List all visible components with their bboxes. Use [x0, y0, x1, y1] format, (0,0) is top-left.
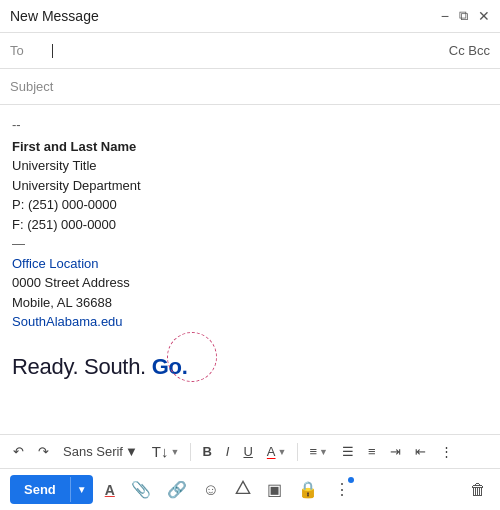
lock-button[interactable]: 🔒: [294, 476, 322, 503]
drive-icon: [235, 480, 251, 500]
send-button-group: Send ▼: [10, 475, 93, 504]
expand-icon[interactable]: ⧉: [459, 8, 468, 24]
text-color-button[interactable]: A: [101, 478, 119, 502]
more-options-icon: ⋮: [334, 480, 350, 499]
toolbar-more-button[interactable]: ⋮: [435, 441, 458, 462]
more-options-wrapper: ⋮: [330, 476, 354, 503]
delete-icon: 🗑: [470, 481, 486, 498]
drive-button[interactable]: [231, 476, 255, 504]
font-family-dropdown-arrow: ▼: [125, 444, 138, 459]
send-button[interactable]: Send: [10, 475, 70, 504]
slogan-wrapper: Ready. South. Go.: [12, 350, 187, 383]
font-color-button[interactable]: A ▼: [262, 441, 292, 462]
emoji-icon: ☺: [203, 481, 219, 499]
bullet-list-icon: ≡: [368, 444, 376, 459]
to-label: To: [10, 43, 50, 58]
svg-marker-0: [237, 481, 250, 493]
toolbar-more-icon: ⋮: [440, 444, 453, 459]
send-dropdown-button[interactable]: ▼: [70, 477, 93, 502]
font-family-selector[interactable]: Sans Serif ▼: [58, 441, 143, 462]
lock-icon: 🔒: [298, 480, 318, 499]
align-button[interactable]: ≡ ▼: [304, 441, 333, 462]
underline-icon: U: [243, 444, 252, 459]
minimize-icon[interactable]: −: [441, 8, 449, 24]
sig-fax: F: (251) 000-0000: [12, 215, 488, 235]
cc-bcc-button[interactable]: Cc Bcc: [449, 43, 490, 58]
font-size-dropdown-arrow: ▼: [171, 447, 180, 457]
redo-icon: ↷: [38, 444, 49, 459]
italic-button[interactable]: I: [221, 441, 235, 462]
sig-office: Office Location: [12, 254, 488, 274]
font-color-icon: A: [267, 444, 276, 459]
sig-name: First and Last Name: [12, 137, 488, 157]
slogan-container: Ready. South. Go.: [12, 350, 488, 383]
subject-label: Subject: [10, 79, 53, 94]
font-size-icon: T↓: [152, 443, 169, 460]
to-field-row: To Cc Bcc: [0, 33, 500, 69]
bold-icon: B: [202, 444, 211, 459]
undo-icon: ↶: [13, 444, 24, 459]
sig-street: 0000 Street Address: [12, 273, 488, 293]
ready-south-text: Ready. South.: [12, 354, 146, 379]
sig-phone: P: (251) 000-0000: [12, 195, 488, 215]
subject-field-row: Subject: [0, 69, 500, 105]
title-bar: New Message − ⧉ ✕: [0, 0, 500, 33]
align-dropdown-arrow: ▼: [319, 447, 328, 457]
window-controls: − ⧉ ✕: [441, 8, 490, 24]
photo-icon: ▣: [267, 480, 282, 499]
toolbar-sep-2: [297, 443, 298, 461]
delete-button[interactable]: 🗑: [466, 477, 490, 503]
toolbar-sep-1: [190, 443, 191, 461]
bold-button[interactable]: B: [197, 441, 216, 462]
numbered-list-button[interactable]: ☰: [337, 441, 359, 462]
font-name-label: Sans Serif: [63, 444, 123, 459]
undo-button[interactable]: ↶: [8, 441, 29, 462]
bottom-bar: Send ▼ A 📎 🔗 ☺ ▣ 🔒 ⋮ 🗑: [0, 468, 500, 510]
font-color-dropdown-arrow: ▼: [278, 447, 287, 457]
underline-button[interactable]: U: [238, 441, 257, 462]
redo-button[interactable]: ↷: [33, 441, 54, 462]
close-icon[interactable]: ✕: [478, 8, 490, 24]
indent-icon: ⇥: [390, 444, 401, 459]
outdent-button[interactable]: ⇤: [410, 441, 431, 462]
window-title: New Message: [10, 8, 99, 24]
bullet-list-button[interactable]: ≡: [363, 441, 381, 462]
attach-icon: 📎: [131, 480, 151, 499]
link-icon: 🔗: [167, 480, 187, 499]
email-body[interactable]: -- First and Last Name University Title …: [0, 105, 500, 434]
outdent-icon: ⇤: [415, 444, 426, 459]
align-icon: ≡: [309, 444, 317, 459]
italic-icon: I: [226, 444, 230, 459]
photo-button[interactable]: ▣: [263, 476, 286, 503]
sig-dash-line: --: [12, 115, 488, 135]
emoji-button[interactable]: ☺: [199, 477, 223, 503]
sig-title: University Title: [12, 156, 488, 176]
sig-website[interactable]: SouthAlabama.edu: [12, 314, 123, 329]
text-color-icon: A: [105, 482, 115, 498]
font-size-button[interactable]: T↓ ▼: [147, 440, 185, 463]
sig-department: University Department: [12, 176, 488, 196]
cursor-indicator: [52, 44, 53, 58]
send-dropdown-arrow: ▼: [77, 484, 87, 495]
sig-city: Mobile, AL 36688: [12, 293, 488, 313]
sig-dash-line2: —: [12, 234, 488, 254]
slogan-text: Ready. South. Go.: [12, 354, 187, 379]
numbered-list-icon: ☰: [342, 444, 354, 459]
formatting-toolbar: ↶ ↷ Sans Serif ▼ T↓ ▼ B I U A ▼ ≡ ▼ ☰ ≡ …: [0, 434, 500, 468]
attach-button[interactable]: 📎: [127, 476, 155, 503]
indent-button[interactable]: ⇥: [385, 441, 406, 462]
link-button[interactable]: 🔗: [163, 476, 191, 503]
go-text: Go.: [152, 354, 188, 379]
